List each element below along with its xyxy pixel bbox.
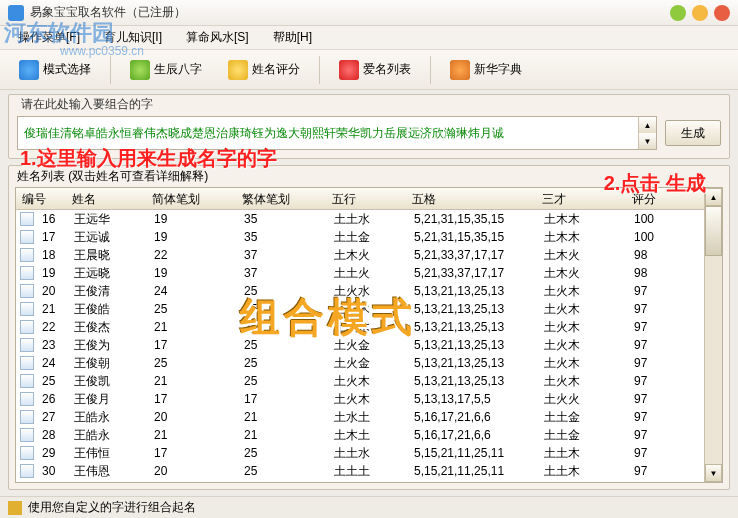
toolbar-score-button[interactable]: 姓名评分 [217,55,311,85]
row-icon [20,392,34,406]
cell-wuge: 5,21,33,37,17,17 [408,245,538,265]
cell-id: 17 [36,227,68,247]
toolbar-bazi-button[interactable]: 生辰八字 [119,55,213,85]
cell-score: 98 [628,245,688,265]
maximize-button[interactable] [692,5,708,21]
col-trad[interactable]: 繁体笔划 [236,188,326,209]
cell-simp: 21 [148,371,238,391]
list-header: 编号 姓名 简体笔划 繁体笔划 五行 五格 三才 评分 [16,188,704,210]
cell-trad: 21 [238,407,328,427]
cell-sancai: 土土木 [538,460,628,483]
separator [319,56,320,84]
cell-trad: 25 [238,335,328,355]
cell-simp: 20 [148,461,238,481]
score-icon [228,60,248,80]
cell-wuge: 5,13,21,13,25,13 [408,317,538,337]
cell-score: 97 [628,281,688,301]
cell-simp: 25 [148,299,238,319]
cell-id: 25 [36,371,68,391]
cell-wuge: 5,13,21,13,25,13 [408,299,538,319]
spin-down-button[interactable]: ▼ [639,133,656,149]
row-icon [20,284,34,298]
cell-score: 97 [628,443,688,463]
menu-fengshui[interactable]: 算命风水[S] [174,26,261,49]
cell-score: 97 [628,371,688,391]
row-icon [20,248,34,262]
col-name[interactable]: 姓名 [66,188,146,209]
row-icon [20,356,34,370]
menu-help[interactable]: 帮助[H] [261,26,324,49]
toolbar-dict-button[interactable]: 新华字典 [439,55,533,85]
cell-id: 19 [36,263,68,283]
cell-score: 97 [628,353,688,373]
col-simp[interactable]: 简体笔划 [146,188,236,209]
heart-icon [339,60,359,80]
col-id[interactable]: 编号 [16,188,66,209]
cell-trad: 21 [238,425,328,445]
cell-trad: 25 [238,353,328,373]
col-wuxing[interactable]: 五行 [326,188,406,209]
window-title: 易象宝宝取名软件（已注册） [30,4,670,21]
row-icon [20,464,34,478]
toolbar-bazi-label: 生辰八字 [154,61,202,78]
cell-score: 97 [628,389,688,409]
menu-child[interactable]: 育儿知识[I] [92,26,174,49]
app-icon [8,5,24,21]
cell-wuge: 5,21,33,37,17,17 [408,263,538,283]
cell-score: 97 [628,425,688,445]
scroll-up-button[interactable]: ▲ [705,188,722,206]
cell-id: 29 [36,443,68,463]
col-wuge[interactable]: 五格 [406,188,536,209]
menu-ops[interactable]: 操作菜单[F] [6,26,92,49]
row-icon [20,338,34,352]
cell-score: 100 [628,227,688,247]
separator [430,56,431,84]
cell-trad: 25 [238,443,328,463]
cell-id: 21 [36,299,68,319]
row-icon [20,374,34,388]
cell-trad: 25 [238,281,328,301]
cell-trad: 17 [238,389,328,409]
cell-id: 26 [36,389,68,409]
generate-button[interactable]: 生成 [665,120,721,146]
cell-wuge: 5,13,21,13,25,13 [408,371,538,391]
row-icon [20,428,34,442]
cell-simp: 22 [148,245,238,265]
scroll-thumb[interactable] [705,206,722,256]
row-icon [20,302,34,316]
scroll-down-button[interactable]: ▼ [705,464,722,482]
list-group-label: 姓名列表 (双击姓名可查看详细解释) [9,166,729,187]
cell-simp: 17 [148,443,238,463]
toolbar-dict-label: 新华字典 [474,61,522,78]
row-icon [20,410,34,424]
spin-up-button[interactable]: ▲ [639,117,656,133]
cell-trad: 25 [238,317,328,337]
char-input[interactable] [18,117,638,149]
toolbar-favlist-label: 爱名列表 [363,61,411,78]
col-sancai[interactable]: 三才 [536,188,626,209]
scroll-track[interactable] [705,206,722,464]
cell-id: 20 [36,281,68,301]
minimize-button[interactable] [670,5,686,21]
row-icon [20,212,34,226]
row-icon [20,230,34,244]
toolbar-favlist-button[interactable]: 爱名列表 [328,55,422,85]
cell-wuge: 5,13,21,13,25,13 [408,353,538,373]
table-row[interactable]: 30王伟恩2025土土土5,15,21,11,25,11土土木97 [16,462,704,480]
cell-wuge: 5,13,21,13,25,13 [408,281,538,301]
toolbar-mode-button[interactable]: 模式选择 [8,55,102,85]
cell-score: 97 [628,317,688,337]
cell-simp: 17 [148,335,238,355]
separator [110,56,111,84]
book-icon [450,60,470,80]
col-score[interactable]: 评分 [626,188,686,209]
input-group-label: 请在此处输入要组合的字 [17,97,157,111]
close-button[interactable] [714,5,730,21]
toolbar-score-label: 姓名评分 [252,61,300,78]
cell-score: 97 [628,299,688,319]
cell-simp: 20 [148,407,238,427]
cell-id: 22 [36,317,68,337]
cell-simp: 19 [148,227,238,247]
vertical-scrollbar[interactable]: ▲ ▼ [704,188,722,482]
cell-trad: 25 [238,299,328,319]
